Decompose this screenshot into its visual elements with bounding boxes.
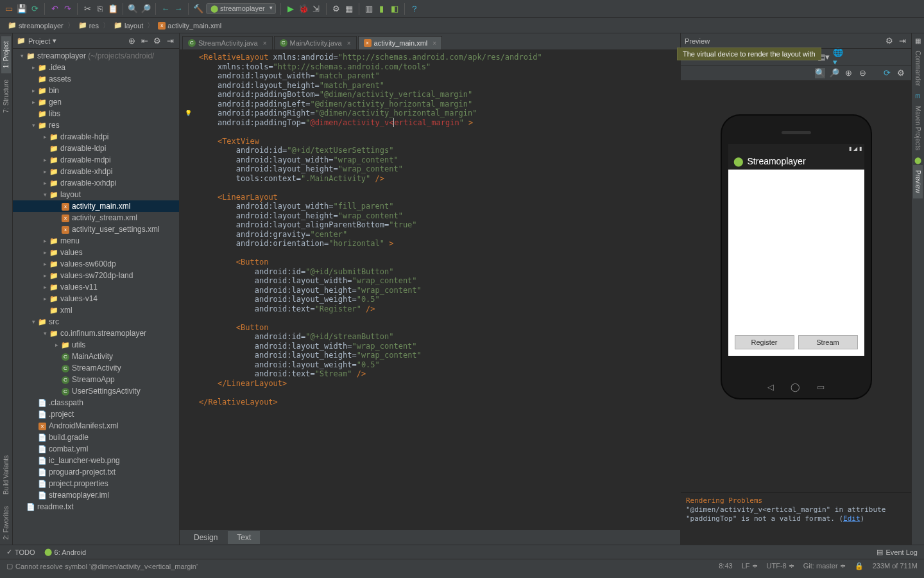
right-tab-preview[interactable]: Preview [913,165,923,198]
close-icon[interactable]: × [432,40,436,47]
tree-node[interactable]: ▸📁values-sw600dp [13,258,179,270]
refresh-icon[interactable]: ⟳ [882,68,892,78]
tree-node[interactable]: project.properties [13,478,179,489]
left-tab-build-variants[interactable]: Build Variants [1,450,11,500]
redo-icon[interactable]: ↷ [62,4,73,14]
editor-tab[interactable]: CMainActivity.java× [274,36,357,49]
attach-icon[interactable]: ⇲ [311,4,321,14]
tree-node[interactable]: ▸📁values-v11 [13,281,179,293]
tree-node[interactable]: xactivity_user_settings.xml [13,223,179,235]
maven-icon[interactable]: m [915,91,920,101]
tree-node[interactable]: CStreamActivity [13,362,179,374]
tree-node[interactable]: ▸📁drawable-xhdpi [13,166,179,177]
tree-node[interactable]: ▾📁res [13,119,179,131]
breadcrumb-item[interactable]: streamoplayer [5,21,66,30]
forward-icon[interactable]: → [173,4,184,14]
scroll-to-icon[interactable]: ⊕ [126,36,137,46]
tree-node[interactable]: 📁drawable-ldpi [13,143,179,154]
avd-icon[interactable]: ▮ [377,4,387,14]
design-tab[interactable]: Design [185,531,227,544]
monitor-icon[interactable]: ◧ [389,4,400,14]
tree-node[interactable]: .classpath [13,397,179,408]
line-separator[interactable]: LF ≑ [742,562,758,570]
breadcrumb-item[interactable]: layout [111,21,146,30]
tree-node[interactable]: ▸📁bin [13,85,179,96]
sync-icon[interactable]: ⟳ [30,4,40,14]
gear-icon[interactable]: ⚙ [152,36,162,46]
zoom-actual-icon[interactable]: 🔎 [829,68,839,78]
debug-icon[interactable]: 🐞 [298,4,309,14]
text-tab[interactable]: Text [228,531,260,544]
todo-tab[interactable]: ✓ TODO [6,548,35,556]
project-tree[interactable]: ▾streamoplayer (~/projects/android/▸📁.id… [13,49,179,545]
hide-icon[interactable]: ⇥ [165,36,175,46]
tree-node[interactable]: build.gradle [13,432,179,443]
copy-icon[interactable]: ⎘ [95,4,105,14]
tree-node[interactable]: ▸📁drawable-xxhdpi [13,177,179,189]
editor-tab[interactable]: xactivity_main.xml× [358,36,443,49]
tree-node[interactable]: combat.yml [13,443,179,455]
tree-node[interactable]: ▸📁drawable-mdpi [13,154,179,166]
tree-node[interactable]: 📁assets [13,73,179,85]
breadcrumb-item[interactable]: res [76,21,101,30]
tree-node[interactable]: CUserSettingsActivity [13,385,179,397]
left-tab-favorites[interactable]: 2: Favorites [1,501,11,545]
undo-icon[interactable]: ↶ [49,4,60,14]
breadcrumb-item[interactable]: xactivity_main.xml [155,21,224,30]
tree-node[interactable]: ▾📁co.infinum.streamoplayer [13,328,179,339]
zoom-in-icon[interactable]: ⊕ [843,68,853,78]
tree-node[interactable]: CMainActivity [13,351,179,362]
project-structure-icon[interactable]: ▦ [344,4,354,14]
cut-icon[interactable]: ✂ [82,4,92,14]
lock-icon[interactable]: 🔒 [855,562,864,570]
locale-icon[interactable]: 🌐▾ [833,52,843,62]
tree-node[interactable]: ▸📁utils [13,339,179,351]
run-config-combo[interactable]: ⬤ streamoplayer [206,3,276,14]
tree-node[interactable]: 📁libs [13,108,179,119]
sdk-icon[interactable]: ▥ [364,4,374,14]
android-preview-icon[interactable]: ⬤ [914,155,921,165]
event-log-tab[interactable]: ▤ Event Log [877,548,918,556]
make-icon[interactable]: 🔨 [193,4,203,14]
run-icon[interactable]: ▶ [286,4,296,14]
tree-node[interactable]: ▾streamoplayer (~/projects/android/ [13,50,179,62]
tree-node[interactable]: xactivity_stream.xml [13,212,179,223]
gear-icon[interactable]: ⚙ [884,36,894,46]
right-tab-commander[interactable]: Commander [913,46,923,91]
tree-node[interactable]: ▾📁layout [13,189,179,200]
tree-node[interactable]: streamoplayer.iml [13,489,179,501]
save-icon[interactable]: 💾 [17,4,27,14]
tree-node[interactable]: proguard-project.txt [13,466,179,478]
tree-node[interactable]: 📁xml [13,304,179,316]
git-branch[interactable]: Git: master ≑ [803,562,846,570]
open-icon[interactable]: ▭ [4,4,14,14]
tree-node[interactable]: ic_launcher-web.png [13,455,179,466]
find-icon[interactable]: 🔍 [128,4,138,14]
tree-node[interactable]: ▸📁values [13,247,179,258]
tree-node[interactable]: ▸📁drawable-hdpi [13,131,179,143]
collapse-icon[interactable]: ⇤ [139,36,150,46]
edit-link[interactable]: Edit [843,514,860,523]
tree-node[interactable]: CStreamoApp [13,374,179,385]
editor-tab[interactable]: CStreamActivity.java× [182,36,273,49]
paste-icon[interactable]: 📋 [108,4,118,14]
left-tab-structure[interactable]: 7: Structure [1,74,11,118]
replace-icon[interactable]: 🔎 [141,4,151,14]
memory-indicator[interactable]: 233M of 711M [873,562,918,570]
tree-node[interactable]: .project [13,408,179,420]
close-icon[interactable]: × [263,40,267,47]
tree-node[interactable]: xactivity_main.xml [13,200,179,212]
tree-node[interactable]: ▾📁src [13,316,179,328]
tree-node[interactable]: ▸📁.idea [13,62,179,73]
tree-node[interactable]: ▸📁values-sw720dp-land [13,270,179,281]
android-tab[interactable]: ⬤ 6: Android [44,548,87,556]
close-icon[interactable]: × [347,40,351,47]
settings-icon[interactable]: ⚙ [331,4,341,14]
tree-node[interactable]: ▸📁menu [13,235,179,247]
tree-node[interactable]: xAndroidManifest.xml [13,420,179,432]
help-icon[interactable]: ? [409,4,420,14]
left-tab-project[interactable]: 1: Project [1,36,11,73]
hide-icon[interactable]: ⇥ [897,36,907,46]
project-pane-title[interactable]: Project [28,37,50,45]
encoding[interactable]: UTF-8 ≑ [767,562,794,570]
